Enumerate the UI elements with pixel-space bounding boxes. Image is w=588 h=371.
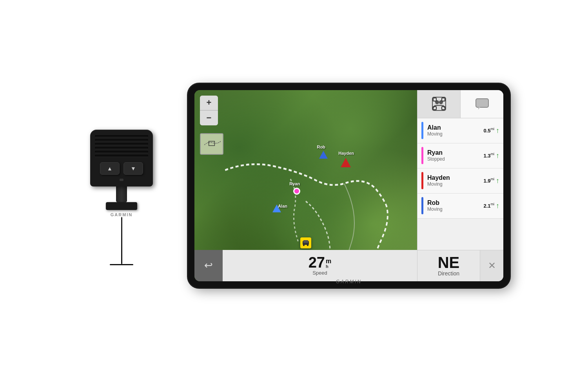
hayden-arrow: ↑ [496,177,499,185]
alan-marker: Alan [272,205,281,212]
ryan-distance: 1.3mi [483,152,494,159]
speed-unit-mph: m [326,258,331,264]
speed-per-unit: h [326,264,331,269]
back-button[interactable]: ↩ [194,250,223,281]
svg-rect-0 [201,134,223,154]
mic-cable [121,217,122,264]
close-button[interactable]: ✕ [480,250,503,281]
mic-neck [116,186,127,202]
svg-rect-6 [432,97,446,110]
hayden-status: Moving [427,181,483,187]
scene: ▲ ▼ GARMIN [0,0,588,371]
alan-arrow: ↑ [496,127,499,135]
hayden-distance: 1.9mi [483,177,494,184]
rob-marker: Rob [319,151,328,159]
rob-info: Rob Moving [427,199,483,212]
hayden-label: Hayden [338,151,354,156]
ryan-dist-value: 1.3 [483,153,490,159]
rob-label: Rob [317,145,325,149]
panel-bottom: NE Direction ✕ [417,250,503,281]
mic-grille-line-3 [95,143,148,145]
hayden-color-bar [421,172,423,189]
mic-down-button[interactable]: ▼ [123,162,143,175]
member-item-ryan[interactable]: Ryan Stopped 1.3mi ↑ [417,143,503,168]
zoom-in-button[interactable]: + [200,96,218,110]
rob-status: Moving [427,206,483,212]
hayden-marker: Hayden [341,158,351,167]
mic-cable-end [110,264,133,265]
mic-grille-line-1 [95,135,148,137]
speed-value: 27 [309,255,325,270]
ryan-info: Ryan Stopped [427,149,483,162]
ryan-dist-unit: mi [491,152,495,156]
rob-color-bar [421,197,423,214]
map-area[interactable]: + − Alan [194,90,417,281]
direction-display[interactable]: NE Direction [417,250,480,281]
map-bottom-bar: ↩ 27 m h Speed [194,250,417,281]
rob-arrow: ↑ [496,202,499,210]
mic-body: ▲ ▼ [90,130,153,186]
mic-grille-line-2 [95,139,148,141]
mic-grille-line-4 [95,147,148,149]
mic-buttons: ▲ ▼ [95,162,148,175]
speed-label: Speed [312,270,327,276]
mic-base [106,202,137,210]
ryan-arrow: ↑ [496,152,499,160]
rob-name: Rob [427,199,483,206]
alan-label: Alan [278,204,287,208]
mic-grille [95,135,148,157]
rob-dist-value: 2.1 [483,203,490,209]
hayden-dist-unit: mi [491,177,495,181]
zoom-out-button[interactable]: − [200,110,218,125]
hayden-name: Hayden [427,174,483,181]
alan-distance: 0.5mi [483,127,494,134]
alan-color-bar [421,122,423,139]
mic-brand-label: GARMIN [111,212,133,217]
minimap [200,133,223,155]
hayden-info: Hayden Moving [427,174,483,187]
svg-point-4 [303,244,305,246]
alan-dist-unit: mi [491,127,495,131]
right-panel: Alan Moving 0.5mi ↑ Ryan Stopped [417,90,503,281]
mic-led [120,179,123,181]
panel-top-buttons [417,90,503,118]
group-button[interactable] [417,90,461,118]
mic-grille-line-6 [95,155,148,157]
direction-label: Direction [438,270,459,277]
message-button[interactable] [461,90,503,118]
ryan-name: Ryan [427,149,483,156]
message-icon [475,97,489,111]
group-icon [432,97,446,111]
alan-info: Alan Moving [427,124,483,137]
gps-device: + − Alan [188,84,510,288]
alan-dist-value: 0.5 [483,128,490,134]
direction-value: NE [438,255,460,270]
member-item-rob[interactable]: Rob Moving 2.1mi ↑ [417,194,503,219]
microphone: ▲ ▼ GARMIN [78,130,165,265]
map-zoom-controls: + − [200,96,218,125]
member-item-alan[interactable]: Alan Moving 0.5mi ↑ [417,118,503,143]
mic-up-button[interactable]: ▲ [100,162,120,175]
gps-screen: + − Alan [194,90,503,281]
alan-name: Alan [427,124,483,131]
rob-dist-unit: mi [491,202,495,206]
svg-rect-13 [476,99,488,107]
ryan-status: Stopped [427,156,483,162]
mic-grille-line-5 [95,151,148,153]
hayden-dist-value: 1.9 [483,178,490,184]
member-item-hayden[interactable]: Hayden Moving 1.9mi ↑ [417,168,503,194]
alan-status: Moving [427,131,483,137]
ryan-label: Ryan [289,181,300,186]
member-list: Alan Moving 0.5mi ↑ Ryan Stopped [417,118,503,250]
ryan-color-bar [421,147,423,164]
ryan-marker: Ryan [293,188,300,195]
vehicle-marker [300,237,311,248]
speed-display: 27 m h Speed [223,250,417,281]
rob-distance: 2.1mi [483,202,494,209]
svg-point-5 [307,244,309,246]
svg-rect-3 [303,240,308,243]
close-icon: ✕ [488,260,496,271]
garmin-device-label: GARMIN [336,279,362,284]
